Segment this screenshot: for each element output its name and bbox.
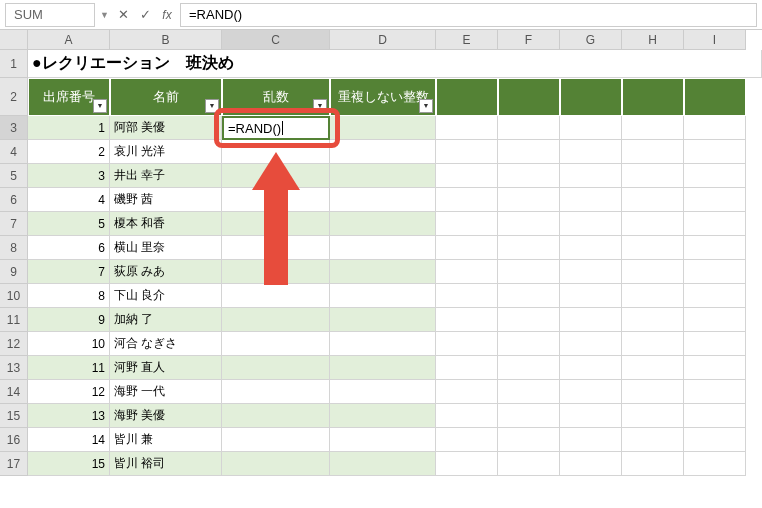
cell[interactable] <box>330 452 436 476</box>
cell[interactable] <box>622 308 684 332</box>
cell[interactable] <box>498 164 560 188</box>
cell[interactable] <box>622 188 684 212</box>
cell[interactable] <box>330 164 436 188</box>
col-header-d[interactable]: D <box>330 30 436 50</box>
cell[interactable] <box>498 140 560 164</box>
row-header-17[interactable]: 17 <box>0 452 28 476</box>
cell[interactable] <box>436 308 498 332</box>
select-all-corner[interactable] <box>0 30 28 50</box>
cell[interactable] <box>222 452 330 476</box>
cell[interactable] <box>222 116 330 140</box>
cell-name[interactable]: 阿部 美優 <box>110 116 222 140</box>
cell[interactable] <box>222 308 330 332</box>
cell[interactable] <box>622 236 684 260</box>
cell[interactable] <box>436 380 498 404</box>
cell[interactable] <box>560 140 622 164</box>
row-header-8[interactable]: 8 <box>0 236 28 260</box>
cell[interactable] <box>498 308 560 332</box>
header-a[interactable]: 出席番号▼ <box>28 78 110 116</box>
cell[interactable] <box>560 116 622 140</box>
cell[interactable] <box>330 140 436 164</box>
cell[interactable] <box>684 140 746 164</box>
row-header-3[interactable]: 3 <box>0 116 28 140</box>
cell[interactable] <box>622 428 684 452</box>
cell[interactable] <box>330 116 436 140</box>
cell-num[interactable]: 2 <box>28 140 110 164</box>
header-c[interactable]: 乱数▼ <box>222 78 330 116</box>
cell[interactable] <box>436 452 498 476</box>
cell[interactable] <box>498 236 560 260</box>
cell[interactable] <box>222 188 330 212</box>
cell[interactable] <box>684 236 746 260</box>
cell[interactable] <box>684 308 746 332</box>
cell[interactable] <box>684 332 746 356</box>
cell[interactable] <box>436 404 498 428</box>
filter-icon[interactable]: ▼ <box>205 99 219 113</box>
cell[interactable] <box>498 452 560 476</box>
cell[interactable] <box>622 78 684 116</box>
cell[interactable] <box>498 212 560 236</box>
cell[interactable] <box>498 356 560 380</box>
cell[interactable] <box>560 260 622 284</box>
cell[interactable] <box>436 140 498 164</box>
cell-name[interactable]: 哀川 光洋 <box>110 140 222 164</box>
row-header-6[interactable]: 6 <box>0 188 28 212</box>
cell[interactable] <box>622 380 684 404</box>
col-header-a[interactable]: A <box>28 30 110 50</box>
cell-name[interactable]: 海野 美優 <box>110 404 222 428</box>
cell[interactable] <box>222 236 330 260</box>
cell[interactable] <box>560 78 622 116</box>
cell-name[interactable]: 横山 里奈 <box>110 236 222 260</box>
row-header-10[interactable]: 10 <box>0 284 28 308</box>
header-d[interactable]: 重複しない整数▼ <box>330 78 436 116</box>
cell[interactable] <box>222 164 330 188</box>
cell[interactable] <box>560 284 622 308</box>
cell[interactable] <box>330 356 436 380</box>
col-header-g[interactable]: G <box>560 30 622 50</box>
cell[interactable] <box>622 164 684 188</box>
cell[interactable] <box>330 284 436 308</box>
cell-num[interactable]: 13 <box>28 404 110 428</box>
cell-num[interactable]: 4 <box>28 188 110 212</box>
cell[interactable] <box>436 284 498 308</box>
formula-input[interactable]: =RAND() <box>180 3 757 27</box>
cell-num[interactable]: 8 <box>28 284 110 308</box>
cell[interactable] <box>498 260 560 284</box>
cell[interactable] <box>622 284 684 308</box>
col-header-e[interactable]: E <box>436 30 498 50</box>
cell[interactable] <box>330 428 436 452</box>
header-b[interactable]: 名前▼ <box>110 78 222 116</box>
cell[interactable] <box>560 452 622 476</box>
cancel-formula-button[interactable]: ✕ <box>112 3 134 27</box>
cell[interactable] <box>436 188 498 212</box>
cell-name[interactable]: 井出 幸子 <box>110 164 222 188</box>
name-box[interactable]: SUM <box>5 3 95 27</box>
filter-icon[interactable]: ▼ <box>93 99 107 113</box>
fx-button[interactable]: fx <box>156 3 178 27</box>
cell-num[interactable]: 3 <box>28 164 110 188</box>
cell[interactable] <box>684 260 746 284</box>
row-header-14[interactable]: 14 <box>0 380 28 404</box>
row-header-7[interactable]: 7 <box>0 212 28 236</box>
cell[interactable] <box>622 140 684 164</box>
row-header-9[interactable]: 9 <box>0 260 28 284</box>
row-header-5[interactable]: 5 <box>0 164 28 188</box>
cell[interactable] <box>560 404 622 428</box>
col-header-b[interactable]: B <box>110 30 222 50</box>
cell-name[interactable]: 榎本 和香 <box>110 212 222 236</box>
cell-name[interactable]: 磯野 茜 <box>110 188 222 212</box>
cell[interactable] <box>684 380 746 404</box>
cell[interactable] <box>498 78 560 116</box>
cell[interactable] <box>330 332 436 356</box>
cell[interactable] <box>436 428 498 452</box>
cell-name[interactable]: 皆川 裕司 <box>110 452 222 476</box>
cell[interactable] <box>684 452 746 476</box>
cell[interactable] <box>622 332 684 356</box>
cell[interactable] <box>684 212 746 236</box>
cell[interactable] <box>330 212 436 236</box>
cell-num[interactable]: 15 <box>28 452 110 476</box>
row-header-13[interactable]: 13 <box>0 356 28 380</box>
cell-name[interactable]: 河野 直人 <box>110 356 222 380</box>
cell[interactable] <box>498 116 560 140</box>
cell-num[interactable]: 12 <box>28 380 110 404</box>
